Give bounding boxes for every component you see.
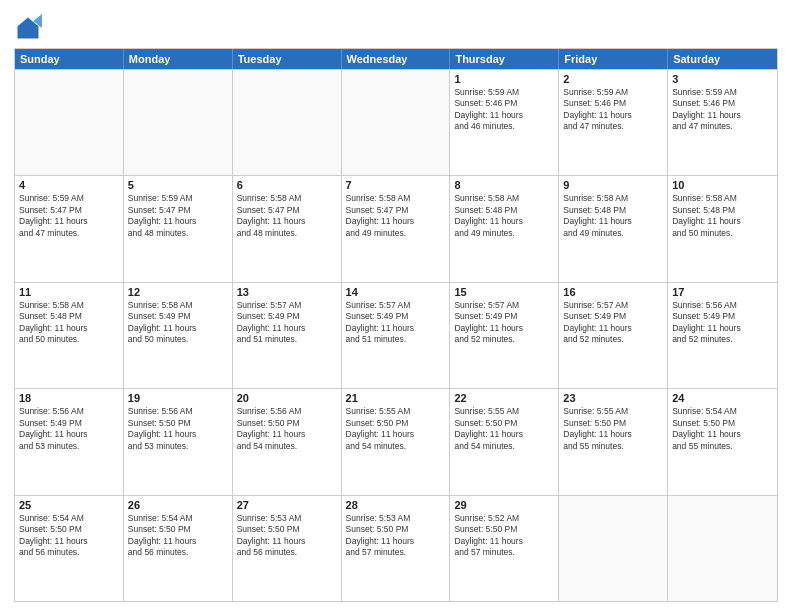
calendar-body: 1Sunrise: 5:59 AM Sunset: 5:46 PM Daylig… (15, 69, 777, 601)
calendar-day-17: 17Sunrise: 5:56 AM Sunset: 5:49 PM Dayli… (668, 283, 777, 388)
day-number: 2 (563, 73, 663, 85)
calendar-row-3: 11Sunrise: 5:58 AM Sunset: 5:48 PM Dayli… (15, 282, 777, 388)
weekday-header-tuesday: Tuesday (233, 49, 342, 69)
day-info: Sunrise: 5:55 AM Sunset: 5:50 PM Dayligh… (454, 406, 554, 452)
calendar-row-2: 4Sunrise: 5:59 AM Sunset: 5:47 PM Daylig… (15, 175, 777, 281)
calendar: SundayMondayTuesdayWednesdayThursdayFrid… (14, 48, 778, 602)
calendar-header: SundayMondayTuesdayWednesdayThursdayFrid… (15, 49, 777, 69)
day-number: 14 (346, 286, 446, 298)
calendar-day-23: 23Sunrise: 5:55 AM Sunset: 5:50 PM Dayli… (559, 389, 668, 494)
day-info: Sunrise: 5:54 AM Sunset: 5:50 PM Dayligh… (128, 513, 228, 559)
calendar-day-5: 5Sunrise: 5:59 AM Sunset: 5:47 PM Daylig… (124, 176, 233, 281)
day-info: Sunrise: 5:59 AM Sunset: 5:47 PM Dayligh… (19, 193, 119, 239)
day-number: 9 (563, 179, 663, 191)
day-info: Sunrise: 5:59 AM Sunset: 5:46 PM Dayligh… (563, 87, 663, 133)
calendar-day-2: 2Sunrise: 5:59 AM Sunset: 5:46 PM Daylig… (559, 70, 668, 175)
day-info: Sunrise: 5:59 AM Sunset: 5:47 PM Dayligh… (128, 193, 228, 239)
calendar-day-1: 1Sunrise: 5:59 AM Sunset: 5:46 PM Daylig… (450, 70, 559, 175)
day-number: 13 (237, 286, 337, 298)
calendar-day-28: 28Sunrise: 5:53 AM Sunset: 5:50 PM Dayli… (342, 496, 451, 601)
day-info: Sunrise: 5:56 AM Sunset: 5:50 PM Dayligh… (237, 406, 337, 452)
calendar-day-19: 19Sunrise: 5:56 AM Sunset: 5:50 PM Dayli… (124, 389, 233, 494)
day-number: 16 (563, 286, 663, 298)
day-info: Sunrise: 5:58 AM Sunset: 5:47 PM Dayligh… (237, 193, 337, 239)
day-number: 1 (454, 73, 554, 85)
day-number: 20 (237, 392, 337, 404)
calendar-cell-empty (559, 496, 668, 601)
calendar-day-29: 29Sunrise: 5:52 AM Sunset: 5:50 PM Dayli… (450, 496, 559, 601)
day-info: Sunrise: 5:55 AM Sunset: 5:50 PM Dayligh… (346, 406, 446, 452)
day-info: Sunrise: 5:53 AM Sunset: 5:50 PM Dayligh… (346, 513, 446, 559)
day-number: 8 (454, 179, 554, 191)
day-number: 23 (563, 392, 663, 404)
day-info: Sunrise: 5:53 AM Sunset: 5:50 PM Dayligh… (237, 513, 337, 559)
day-number: 18 (19, 392, 119, 404)
day-number: 7 (346, 179, 446, 191)
day-number: 17 (672, 286, 773, 298)
weekday-header-sunday: Sunday (15, 49, 124, 69)
calendar-day-6: 6Sunrise: 5:58 AM Sunset: 5:47 PM Daylig… (233, 176, 342, 281)
day-info: Sunrise: 5:58 AM Sunset: 5:48 PM Dayligh… (454, 193, 554, 239)
day-info: Sunrise: 5:54 AM Sunset: 5:50 PM Dayligh… (672, 406, 773, 452)
day-info: Sunrise: 5:55 AM Sunset: 5:50 PM Dayligh… (563, 406, 663, 452)
calendar-day-10: 10Sunrise: 5:58 AM Sunset: 5:48 PM Dayli… (668, 176, 777, 281)
calendar-row-4: 18Sunrise: 5:56 AM Sunset: 5:49 PM Dayli… (15, 388, 777, 494)
day-info: Sunrise: 5:59 AM Sunset: 5:46 PM Dayligh… (672, 87, 773, 133)
calendar-day-24: 24Sunrise: 5:54 AM Sunset: 5:50 PM Dayli… (668, 389, 777, 494)
calendar-day-3: 3Sunrise: 5:59 AM Sunset: 5:46 PM Daylig… (668, 70, 777, 175)
header (14, 10, 778, 42)
day-info: Sunrise: 5:56 AM Sunset: 5:49 PM Dayligh… (672, 300, 773, 346)
calendar-day-16: 16Sunrise: 5:57 AM Sunset: 5:49 PM Dayli… (559, 283, 668, 388)
day-number: 6 (237, 179, 337, 191)
calendar-cell-empty (233, 70, 342, 175)
calendar-cell-empty (342, 70, 451, 175)
day-number: 11 (19, 286, 119, 298)
day-info: Sunrise: 5:57 AM Sunset: 5:49 PM Dayligh… (237, 300, 337, 346)
day-info: Sunrise: 5:59 AM Sunset: 5:46 PM Dayligh… (454, 87, 554, 133)
calendar-day-13: 13Sunrise: 5:57 AM Sunset: 5:49 PM Dayli… (233, 283, 342, 388)
calendar-day-11: 11Sunrise: 5:58 AM Sunset: 5:48 PM Dayli… (15, 283, 124, 388)
weekday-header-thursday: Thursday (450, 49, 559, 69)
day-number: 22 (454, 392, 554, 404)
calendar-day-18: 18Sunrise: 5:56 AM Sunset: 5:49 PM Dayli… (15, 389, 124, 494)
calendar-cell-empty (124, 70, 233, 175)
day-number: 15 (454, 286, 554, 298)
calendar-day-9: 9Sunrise: 5:58 AM Sunset: 5:48 PM Daylig… (559, 176, 668, 281)
calendar-day-8: 8Sunrise: 5:58 AM Sunset: 5:48 PM Daylig… (450, 176, 559, 281)
calendar-day-14: 14Sunrise: 5:57 AM Sunset: 5:49 PM Dayli… (342, 283, 451, 388)
calendar-day-21: 21Sunrise: 5:55 AM Sunset: 5:50 PM Dayli… (342, 389, 451, 494)
day-number: 4 (19, 179, 119, 191)
day-info: Sunrise: 5:58 AM Sunset: 5:48 PM Dayligh… (563, 193, 663, 239)
day-number: 28 (346, 499, 446, 511)
weekday-header-friday: Friday (559, 49, 668, 69)
calendar-day-4: 4Sunrise: 5:59 AM Sunset: 5:47 PM Daylig… (15, 176, 124, 281)
day-number: 29 (454, 499, 554, 511)
day-number: 3 (672, 73, 773, 85)
day-number: 24 (672, 392, 773, 404)
calendar-day-7: 7Sunrise: 5:58 AM Sunset: 5:47 PM Daylig… (342, 176, 451, 281)
day-number: 10 (672, 179, 773, 191)
day-info: Sunrise: 5:58 AM Sunset: 5:49 PM Dayligh… (128, 300, 228, 346)
calendar-day-12: 12Sunrise: 5:58 AM Sunset: 5:49 PM Dayli… (124, 283, 233, 388)
calendar-cell-empty (668, 496, 777, 601)
calendar-day-20: 20Sunrise: 5:56 AM Sunset: 5:50 PM Dayli… (233, 389, 342, 494)
day-info: Sunrise: 5:57 AM Sunset: 5:49 PM Dayligh… (346, 300, 446, 346)
weekday-header-wednesday: Wednesday (342, 49, 451, 69)
calendar-day-15: 15Sunrise: 5:57 AM Sunset: 5:49 PM Dayli… (450, 283, 559, 388)
calendar-row-5: 25Sunrise: 5:54 AM Sunset: 5:50 PM Dayli… (15, 495, 777, 601)
day-info: Sunrise: 5:57 AM Sunset: 5:49 PM Dayligh… (454, 300, 554, 346)
weekday-header-monday: Monday (124, 49, 233, 69)
logo (14, 14, 46, 42)
day-info: Sunrise: 5:58 AM Sunset: 5:48 PM Dayligh… (672, 193, 773, 239)
calendar-day-25: 25Sunrise: 5:54 AM Sunset: 5:50 PM Dayli… (15, 496, 124, 601)
day-number: 5 (128, 179, 228, 191)
day-number: 12 (128, 286, 228, 298)
calendar-day-27: 27Sunrise: 5:53 AM Sunset: 5:50 PM Dayli… (233, 496, 342, 601)
day-info: Sunrise: 5:58 AM Sunset: 5:48 PM Dayligh… (19, 300, 119, 346)
page: SundayMondayTuesdayWednesdayThursdayFrid… (0, 0, 792, 612)
day-info: Sunrise: 5:57 AM Sunset: 5:49 PM Dayligh… (563, 300, 663, 346)
day-info: Sunrise: 5:56 AM Sunset: 5:50 PM Dayligh… (128, 406, 228, 452)
day-info: Sunrise: 5:54 AM Sunset: 5:50 PM Dayligh… (19, 513, 119, 559)
day-number: 21 (346, 392, 446, 404)
day-number: 26 (128, 499, 228, 511)
